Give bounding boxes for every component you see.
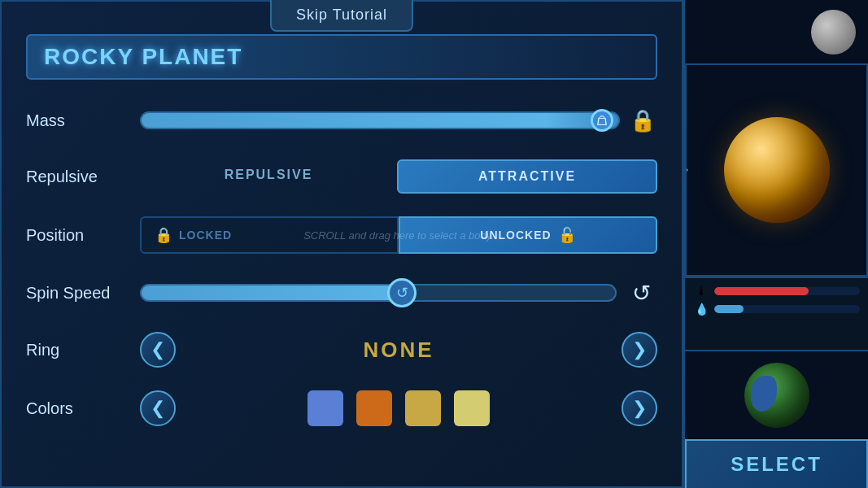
weight-icon [595, 114, 608, 127]
locked-badge[interactable]: 🔒 LOCKED [140, 216, 399, 254]
color-swatch-2[interactable] [356, 390, 392, 426]
unlocked-badge[interactable]: UNLOCKED 🔓 [399, 216, 657, 254]
mass-slider[interactable] [140, 104, 620, 137]
locked-text: LOCKED [179, 229, 232, 242]
spin-slider-track: ↺ [140, 284, 617, 302]
position-toggle-container: 🔒 LOCKED UNLOCKED 🔓 SCROLL and drag here… [140, 216, 657, 254]
mass-lock-icon[interactable]: 🔒 [628, 106, 657, 135]
attractive-option[interactable]: ATTRACTIVE [397, 159, 657, 194]
planet-small-preview [685, 0, 868, 65]
temp-stat-row: 🌡 [693, 285, 860, 298]
repulsive-row-content: REPULSIVE ATTRACTIVE [140, 159, 657, 194]
planet-bottom-display [685, 350, 868, 439]
planet-main [724, 117, 830, 223]
colors-next-button[interactable]: ❯ [622, 390, 657, 426]
colors-row: Colors ❮ ❯ [26, 390, 657, 426]
color-swatch-4[interactable] [454, 390, 490, 426]
unlocked-text: UNLOCKED [480, 229, 551, 242]
mass-row-content: 🔒 [140, 104, 657, 137]
ring-label: Ring [26, 341, 140, 359]
temp-bar-container [714, 287, 860, 295]
lock-closed-icon: 🔒 [630, 108, 656, 133]
water-bar [714, 305, 744, 313]
mass-row: Mass 🔒 [26, 104, 657, 137]
spin-speed-slider[interactable]: ↺ [140, 277, 617, 309]
mass-slider-track [140, 111, 620, 129]
ring-prev-button[interactable]: ❮ [140, 332, 176, 368]
skip-tutorial-button[interactable]: Skip Tutorial [270, 0, 413, 32]
position-row: Position 🔒 LOCKED UNLOCKED 🔓 SC [26, 216, 657, 254]
stats-panel: 🌡 💧 [685, 277, 868, 350]
ring-value: NONE [176, 338, 622, 363]
left-panel: Skip Tutorial ROCKY PLANET Mass 🔒 Repuls… [0, 0, 683, 488]
spin-speed-label: Spin Speed [26, 284, 140, 303]
planet-small [811, 10, 856, 54]
repulsive-row: Repulsive REPULSIVE ATTRACTIVE [26, 159, 657, 194]
temp-icon: 🌡 [693, 285, 709, 298]
ring-row: Ring ❮ NONE ❯ [26, 332, 657, 368]
position-row-content: 🔒 LOCKED UNLOCKED 🔓 SCROLL and drag here… [140, 216, 657, 254]
water-bar-container [714, 305, 860, 313]
colors-prev-button[interactable]: ❮ [140, 390, 176, 426]
select-button[interactable]: SELECT [685, 439, 868, 488]
arrow-right-indicator [685, 154, 688, 186]
spin-speed-row-content: ↺ ↺ [140, 277, 657, 309]
mass-label: Mass [26, 111, 140, 130]
colors-row-content: ❮ ❯ [140, 390, 657, 426]
position-label: Position [26, 226, 140, 245]
color-swatches [176, 390, 622, 426]
color-swatch-3[interactable] [405, 390, 441, 426]
spin-speed-row: Spin Speed ↺ ↺ [26, 277, 657, 309]
repulsive-toggle: REPULSIVE ATTRACTIVE [140, 159, 657, 194]
spin-slider-thumb[interactable]: ↺ [387, 278, 417, 307]
repulsive-label: Repulsive [26, 168, 140, 186]
colors-label: Colors [26, 399, 140, 418]
panel-title: ROCKY PLANET [26, 34, 657, 80]
ring-row-content: ❮ NONE ❯ [140, 332, 657, 368]
color-swatch-1[interactable] [308, 390, 343, 426]
planet-earth [744, 363, 809, 428]
repulsive-option[interactable]: REPULSIVE [140, 159, 397, 194]
temp-bar [714, 287, 809, 295]
spin-reset-button[interactable]: ↺ [625, 277, 657, 309]
planet-main-display [685, 65, 868, 277]
mass-slider-thumb[interactable] [591, 109, 613, 132]
ring-next-button[interactable]: ❯ [622, 332, 657, 368]
water-icon: 💧 [693, 303, 709, 316]
earth-ocean [751, 376, 777, 412]
water-stat-row: 💧 [693, 303, 860, 316]
lock-open-position-icon: 🔓 [558, 226, 576, 244]
lock-closed-position-icon: 🔒 [155, 226, 172, 244]
right-panel: 🌡 💧 SELECT [683, 0, 868, 488]
